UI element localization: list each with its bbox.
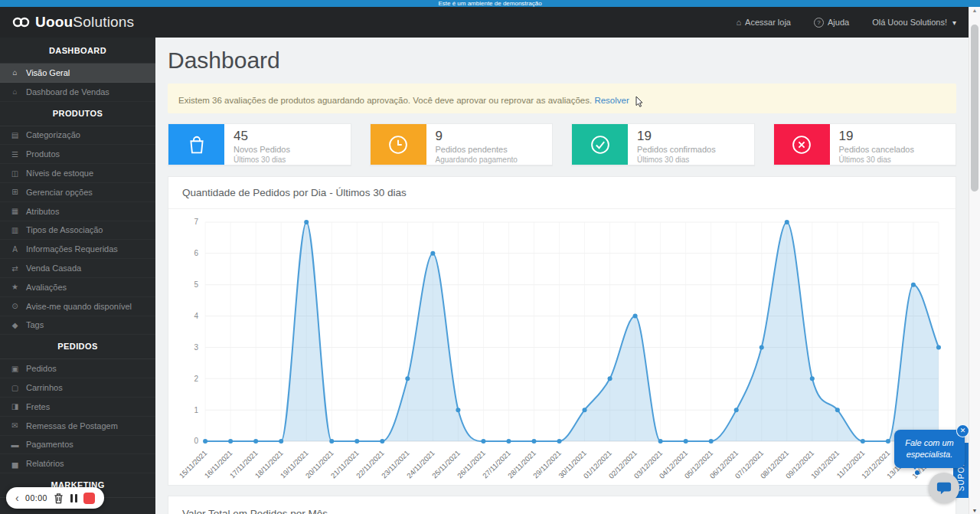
- help-link[interactable]: ? Ajuda: [814, 18, 849, 28]
- sidebar-item-tags[interactable]: ◆Tags: [0, 316, 155, 336]
- pause-recording-button[interactable]: [70, 494, 77, 503]
- sidebar-item-categorizacao[interactable]: ▤Categorização: [0, 126, 155, 146]
- stat-card-novos-pedidos[interactable]: 45 Novos Pedidos Últimos 30 dias: [168, 123, 351, 165]
- stat-label: Pedidos cancelados: [839, 145, 914, 155]
- logo[interactable]: UoouSolutions: [12, 14, 134, 31]
- mail-icon: ✉: [10, 421, 20, 430]
- resolve-link[interactable]: Resolver: [594, 96, 629, 105]
- sidebar-item-visao-geral[interactable]: ⌂Visão Geral: [0, 64, 155, 83]
- sidebar-item-label: Informações Requeridas: [26, 244, 118, 254]
- chart-point: [253, 439, 258, 444]
- stat-cards-row: 45 Novos Pedidos Últimos 30 dias 9 Pedid…: [168, 123, 956, 165]
- sidebar-item-gerenciar-opcoes[interactable]: ⊞Gerenciar opções: [0, 183, 155, 202]
- sidebar-item-label: Pedidos: [26, 364, 57, 373]
- logo-text: UoouSolutions: [35, 14, 134, 31]
- sidebar-item-informacoes-requeridas[interactable]: AInformações Requeridas: [0, 240, 155, 259]
- chart-point: [633, 314, 638, 319]
- letter-a-icon: A: [10, 245, 20, 254]
- stat-card-pedidos-cancelados[interactable]: 19 Pedidos cancelados Últimos 30 dias: [773, 123, 957, 165]
- chart-point: [380, 439, 384, 444]
- sidebar-item-label: Visão Geral: [26, 68, 70, 77]
- access-store-label: Acessar loja: [745, 18, 791, 27]
- stat-card-pedidos-confirmados[interactable]: 19 Pedidos confirmados Últimos 30 dias: [571, 123, 755, 165]
- section-title-produtos: PRODUTOS: [0, 102, 155, 126]
- chart-point: [936, 345, 941, 349]
- sidebar-item-venda-casada[interactable]: ⇄Venda Casada: [0, 259, 155, 278]
- sidebar-item-niveis-de-estoque[interactable]: ◫Níveis de estoque: [0, 164, 155, 183]
- home-icon: ⌂: [736, 18, 741, 27]
- user-greeting: Olá Uoou Solutions!: [872, 18, 947, 27]
- y-tick-label: 4: [194, 312, 199, 320]
- table-icon: ▦: [10, 207, 20, 215]
- sidebar: DASHBOARD ⌂Visão Geral ⌂Dashboard de Ven…: [0, 38, 155, 514]
- chain-links-icon: [12, 16, 31, 28]
- scrollbar-thumb[interactable]: [971, 25, 978, 192]
- sidebar-item-avise-me-quando-disponivel[interactable]: ⊙Avise-me quando disponível: [0, 297, 155, 316]
- chart-area: 0123456715/11/202116/11/202117/11/202118…: [168, 209, 956, 485]
- stat-sublabel: Aguardando pagamento: [436, 156, 518, 165]
- chart-point: [456, 408, 460, 412]
- sidebar-item-label: Atributos: [26, 207, 59, 216]
- sidebar-item-remessas-de-postagem[interactable]: ✉Remessas de Postagem: [0, 417, 155, 436]
- stat-value: 19: [637, 129, 716, 144]
- sidebar-item-label: Dashboard de Vendas: [26, 87, 109, 97]
- chat-icon: [936, 480, 952, 496]
- y-tick-label: 7: [194, 218, 199, 227]
- sidebar-item-atributos[interactable]: ▦Atributos: [0, 202, 155, 221]
- recorder-time: 00:00: [25, 493, 47, 503]
- chart-point: [228, 439, 233, 444]
- page-scrollbar[interactable]: ▲ ▼: [969, 7, 980, 514]
- section-title-pedidos: PEDIDOS: [0, 335, 155, 359]
- sidebar-item-pagamentos[interactable]: ▬Pagamentos: [0, 436, 155, 455]
- chart-point: [911, 283, 916, 287]
- stop-recording-button[interactable]: [83, 493, 95, 504]
- screen-recorder-bar: ‹ 00:00: [6, 487, 104, 509]
- sidebar-item-pedidos[interactable]: ▣Pedidos: [0, 359, 155, 378]
- delete-recording-button[interactable]: [54, 493, 64, 504]
- sidebar-item-label: Pagamentos: [26, 440, 74, 449]
- chart-point: [279, 439, 283, 444]
- close-icon[interactable]: ✕: [956, 424, 969, 437]
- home-icon: ⌂: [10, 87, 20, 96]
- sidebar-item-label: Categorização: [26, 130, 80, 139]
- user-menu[interactable]: Olá Uoou Solutions! ▾: [872, 18, 956, 27]
- chat-launcher-button[interactable]: [929, 473, 959, 503]
- sidebar-item-fretes[interactable]: ◨Fretes: [0, 398, 155, 417]
- cart-icon: ▣: [10, 365, 20, 373]
- collapse-recorder-icon[interactable]: ‹: [15, 493, 19, 503]
- sidebar-item-label: Tags: [26, 320, 44, 329]
- y-tick-label: 0: [194, 437, 199, 446]
- chart-title: Quantidade de Pedidos por Dia - Últimos …: [168, 177, 956, 209]
- stat-value: 45: [234, 129, 290, 144]
- mouse-cursor-icon: [635, 96, 644, 109]
- sidebar-item-carrinhos[interactable]: ▢Carrinhos: [0, 378, 155, 398]
- sidebar-item-relatorios[interactable]: ▅Relatórios: [0, 454, 155, 473]
- access-store-link[interactable]: ⌂ Acessar loja: [736, 18, 791, 27]
- sidebar-item-label: Relatórios: [26, 459, 64, 468]
- chart-point: [405, 376, 410, 381]
- star-icon: ★: [10, 283, 20, 291]
- bottom-card-title: Valor Total em Pedidos por Mês: [168, 496, 956, 514]
- sidebar-item-avaliacoes[interactable]: ★Avaliações: [0, 278, 155, 297]
- scrollbar-up-arrow-icon[interactable]: ▲: [969, 8, 980, 13]
- columns-icon: ▥: [10, 226, 20, 234]
- stat-card-pedidos-pendentes[interactable]: 9 Pedidos pendentes Aguardando pagamento: [370, 123, 554, 165]
- pending-reviews-alert: Existem 36 avaliações de produtos aguard…: [168, 83, 956, 113]
- stat-sublabel: Últimos 30 dias: [637, 156, 716, 165]
- chat-invitation-bubble[interactable]: Fale com um especialista. ✕: [894, 430, 965, 468]
- stat-sublabel: Últimos 30 dias: [839, 156, 914, 165]
- sidebar-item-label: Tipos de Associação: [26, 225, 103, 234]
- sidebar-item-tipos-de-associacao[interactable]: ▥Tipos de Associação: [0, 221, 155, 241]
- help-icon: ?: [814, 18, 824, 28]
- chart-point: [531, 439, 536, 444]
- main-content: Dashboard Existem 36 avaliações de produ…: [155, 38, 969, 514]
- sidebar-item-label: Avaliações: [26, 283, 67, 292]
- chart-point: [430, 251, 435, 256]
- stat-value: 9: [436, 129, 518, 144]
- truck-icon: ◨: [10, 402, 20, 411]
- scrollbar-down-arrow-icon[interactable]: ▼: [969, 508, 980, 513]
- sidebar-item-produtos[interactable]: ☰Produtos: [0, 145, 155, 164]
- orders-per-day-chart-card: Quantidade de Pedidos por Dia - Últimos …: [168, 176, 956, 486]
- sidebar-item-dashboard-de-vendas[interactable]: ⌂Dashboard de Vendas: [0, 83, 155, 102]
- sidebar-item-label: Carrinhos: [26, 383, 63, 392]
